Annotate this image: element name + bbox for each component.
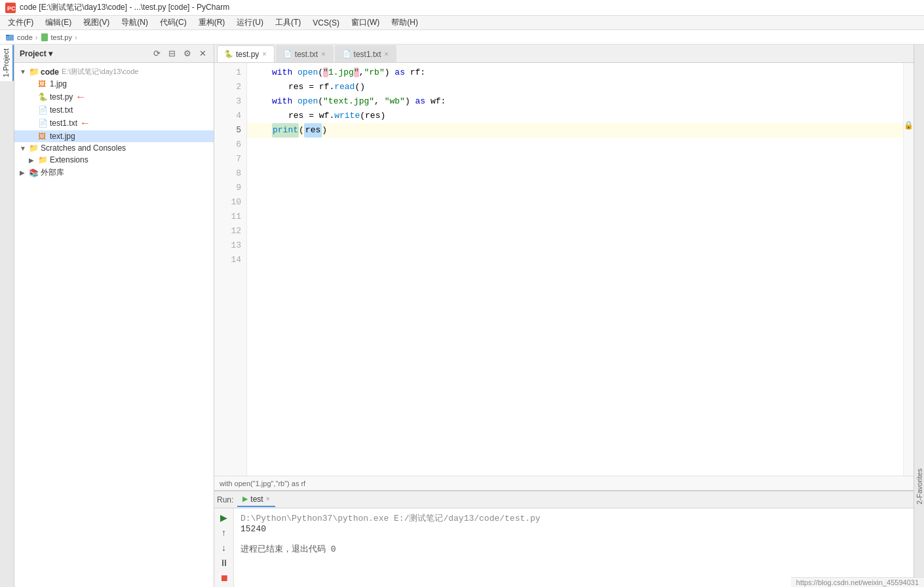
line-num-7: 7 — [214, 152, 246, 166]
window-title: code [E:\测试笔记\day13\code] - ...\test.py … — [20, 2, 229, 13]
tab-testtxt-close[interactable]: × — [320, 50, 326, 58]
code-line-12 — [247, 224, 903, 238]
extensions-icon: 📁 — [38, 155, 50, 164]
code-line-1: with open ( "1.jpg" , "rb" ) as rf: — [247, 66, 903, 80]
image-icon: 🖼 — [38, 79, 50, 88]
tab-testtxt[interactable]: 📄 test.txt × — [276, 45, 334, 62]
run-empty-line — [241, 534, 907, 543]
line-num-5: 5 — [214, 123, 246, 138]
settings-icon[interactable]: ⚙ — [182, 48, 193, 59]
txt-icon: 📄 — [38, 105, 50, 115]
run-tab-close[interactable]: × — [266, 495, 270, 502]
external-libs-label: 外部库 — [41, 167, 64, 178]
tree-item-test1txt[interactable]: 📄 test1.txt ← — [14, 116, 214, 130]
svg-text:PC: PC — [7, 5, 15, 12]
menu-help[interactable]: 帮助(H) — [386, 16, 423, 29]
line-num-4: 4 — [214, 109, 246, 123]
folder-path: E:\测试笔记\day13\code — [62, 67, 138, 77]
run-tab-label: test — [250, 495, 263, 504]
collapse-icon[interactable]: ⊟ — [166, 48, 178, 59]
url-bar: https://blog.csdn.net/weixin_45594031 — [791, 577, 924, 587]
code-line-14 — [247, 253, 903, 267]
breadcrumb-file[interactable]: test.py — [51, 33, 72, 41]
run-output: D:\Python\Python37\python.exe E:/测试笔记/da… — [234, 508, 914, 587]
sidebar: Project ▾ ⟳ ⊟ ⚙ ✕ ▼ 📁 code E:\测试笔记\day13… — [14, 45, 214, 587]
code-content[interactable]: with open ( "1.jpg" , "rb" ) as rf: res … — [247, 63, 903, 476]
run-cmd-line: D:\Python\Python37\python.exe E:/测试笔记/da… — [241, 512, 907, 524]
run-label: Run: — [217, 495, 233, 504]
menu-refactor[interactable]: 重构(R) — [193, 16, 231, 29]
editor-container: 🐍 test.py × 📄 test.txt × 📄 test1.txt × 1… — [214, 45, 914, 587]
sidebar-actions: ⟳ ⊟ ⚙ ✕ — [151, 48, 208, 59]
tab-testpy[interactable]: 🐍 test.py × — [217, 45, 275, 62]
file-test1txt: test1.txt — [50, 119, 77, 128]
menu-navigate[interactable]: 导航(N) — [116, 16, 153, 29]
tab-test1txt-close[interactable]: × — [384, 50, 389, 58]
code-line-6 — [247, 138, 903, 152]
python-icon: 🐍 — [38, 92, 50, 102]
arrow-red-testpy: ← — [75, 91, 86, 103]
tab-txt1-icon: 📄 — [342, 50, 351, 58]
run-scroll-up[interactable]: ↑ — [217, 526, 231, 539]
menu-bar: 文件(F) 编辑(E) 视图(V) 导航(N) 代码(C) 重构(R) 运行(U… — [0, 16, 924, 30]
run-tab-test[interactable]: ▶ test × — [237, 493, 275, 507]
project-tab[interactable]: 1-Project — [0, 45, 14, 81]
tree-item-textjpg[interactable]: 🖼 text.jpg — [14, 130, 214, 142]
txt1-icon: 📄 — [38, 119, 50, 128]
title-bar: PC code [E:\测试笔记\day13\code] - ...\test.… — [0, 0, 924, 16]
line-num-12: 12 — [214, 224, 246, 238]
run-info-line: 进程已结束，退出代码 0 — [241, 543, 907, 555]
menu-edit[interactable]: 编辑(E) — [40, 16, 77, 29]
code-folder-label: code — [41, 67, 59, 77]
scratches-icon: 📁 — [29, 143, 41, 153]
chevron-down-icon: ▼ — [20, 68, 29, 75]
menu-view[interactable]: 视图(V) — [78, 16, 115, 29]
tree-item-external-libs[interactable]: ▶ 📚 外部库 — [14, 166, 214, 180]
tree-item-1jpg[interactable]: 🖼 1.jpg — [14, 78, 214, 90]
favorites-tab[interactable]: 2-Favorites — [914, 464, 925, 508]
menu-vcs[interactable]: VCS(S) — [307, 17, 345, 29]
file-testpy: test.py — [50, 92, 73, 102]
code-line-7 — [247, 152, 903, 166]
line-num-11: 11 — [214, 210, 246, 224]
line-num-8: 8 — [214, 166, 246, 181]
code-line-8 — [247, 166, 903, 181]
menu-tools[interactable]: 工具(T) — [270, 16, 306, 29]
file-1jpg: 1.jpg — [50, 79, 67, 88]
code-editor[interactable]: 1 2 3 4 5 6 7 8 9 10 11 12 13 14 with — [214, 63, 914, 476]
run-pause-button[interactable]: ⏸ — [217, 557, 231, 569]
tab-testpy-label: test.py — [236, 50, 259, 59]
menu-window[interactable]: 窗口(W) — [346, 16, 385, 29]
run-stop-button[interactable]: ⏹ — [217, 572, 231, 584]
tab-test1txt[interactable]: 📄 test1.txt × — [335, 45, 396, 62]
line-num-10: 10 — [214, 195, 246, 210]
tree-item-testpy[interactable]: 🐍 test.py ← — [14, 90, 214, 104]
code-line-13 — [247, 238, 903, 253]
tree-item-extensions[interactable]: ▶ 📁 Extensions — [14, 154, 214, 166]
run-panel: Run: ▶ test × ▶ ↑ ↓ ⏸ ⏹ D:\Python\Python… — [214, 490, 914, 587]
libs-icon: 📚 — [29, 168, 41, 178]
app-icon: PC — [5, 3, 16, 13]
close-sidebar-icon[interactable]: ✕ — [197, 48, 208, 59]
run-tab-icon: ▶ — [242, 495, 248, 503]
file-tree: ▼ 📁 code E:\测试笔记\day13\code 🖼 1.jpg 🐍 te… — [14, 63, 214, 587]
breadcrumb-folder[interactable]: code — [17, 33, 33, 41]
run-play-button[interactable]: ▶ — [217, 511, 231, 523]
tree-item-testtxt[interactable]: 📄 test.txt — [14, 104, 214, 116]
tab-testpy-close[interactable]: × — [261, 50, 267, 58]
run-scroll-down[interactable]: ↓ — [217, 541, 231, 554]
tab-python-icon: 🐍 — [224, 50, 233, 58]
tree-item-scratches[interactable]: ▼ 📁 Scratches and Consoles — [14, 142, 214, 154]
editor-status: with open("1.jpg","rb") as rf — [214, 476, 914, 490]
file-textjpg: text.jpg — [50, 132, 75, 141]
code-line-3: with open ( "text.jpg" , "wb" ) as wf: — [247, 94, 903, 109]
tree-item-code-folder[interactable]: ▼ 📁 code E:\测试笔记\day13\code — [14, 66, 214, 78]
menu-file[interactable]: 文件(F) — [3, 16, 39, 29]
scratches-label: Scratches and Consoles — [41, 143, 126, 153]
sync-icon[interactable]: ⟳ — [151, 48, 163, 59]
menu-run[interactable]: 运行(U) — [231, 16, 269, 29]
breadcrumb: code › test.py › — [0, 30, 924, 45]
tab-testtxt-label: test.txt — [295, 50, 318, 59]
line-num-3: 3 — [214, 94, 246, 109]
menu-code[interactable]: 代码(C) — [155, 16, 192, 29]
